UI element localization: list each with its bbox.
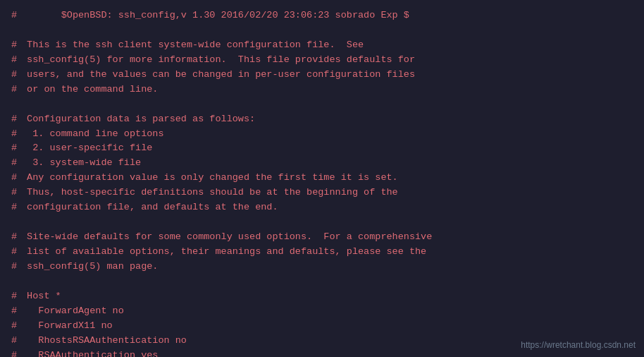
hash-icon: #	[11, 68, 21, 83]
empty-line	[11, 97, 633, 112]
hash-icon: #	[11, 260, 21, 274]
line-comment-1: # This is the ssh client system-wide con…	[11, 38, 633, 53]
hash-icon: #	[11, 53, 21, 68]
hash-icon: #	[11, 186, 21, 200]
hash-icon: #	[11, 200, 21, 215]
hash-icon: #	[11, 171, 21, 186]
line-site-2: # list of available options, their meani…	[11, 245, 633, 260]
line-host: # Host *	[11, 289, 633, 304]
hash-icon: #	[11, 141, 21, 156]
hash-icon: #	[11, 127, 21, 142]
line-config-7: # configuration file, and defaults at th…	[11, 200, 633, 215]
line-comment-2: # ssh_config(5) for more information. Th…	[11, 53, 633, 68]
line-config-3: # 2. user-specific file	[11, 141, 633, 156]
line-config-2: # 1. command line options	[11, 127, 633, 142]
hash-icon: #	[11, 230, 21, 245]
hash-icon: #	[11, 304, 21, 319]
empty-line	[11, 215, 633, 230]
empty-line	[11, 23, 633, 38]
hash-icon: #	[11, 112, 21, 127]
line-config-1: # Configuration data is parsed as follow…	[11, 112, 633, 127]
hash-icon: #	[11, 83, 21, 97]
hash-icon: #	[11, 38, 21, 53]
line-comment-4: # or on the command line.	[11, 83, 633, 97]
hash-icon: #	[11, 334, 21, 349]
hash-icon: #	[11, 349, 21, 357]
hash-icon: #	[11, 319, 21, 334]
line-opt-1: # ForwardAgent no	[11, 304, 633, 319]
terminal-window: # $OpenBSD: ssh_config,v 1.30 2016/02/20…	[0, 0, 644, 357]
line-config-6: # Thus, host-specific definitions should…	[11, 186, 633, 200]
line-comment-3: # users, and the values can be changed i…	[11, 68, 633, 83]
hash-icon: #	[11, 156, 21, 171]
line-opt-2: # ForwardX11 no	[11, 319, 633, 334]
hash-icon: #	[11, 8, 21, 23]
line-config-5: # Any configuration value is only change…	[11, 171, 633, 186]
hash-icon: #	[11, 245, 21, 260]
watermark: https://wretchant.blog.csdn.net	[521, 340, 636, 350]
line-config-4: # 3. system-wide file	[11, 156, 633, 171]
line-site-1: # Site-wide defaults for some commonly u…	[11, 230, 633, 245]
hash-icon: #	[11, 289, 21, 304]
line-header: # $OpenBSD: ssh_config,v 1.30 2016/02/20…	[11, 8, 633, 23]
line-site-3: # ssh_config(5) man page.	[11, 260, 633, 274]
empty-line	[11, 274, 633, 289]
